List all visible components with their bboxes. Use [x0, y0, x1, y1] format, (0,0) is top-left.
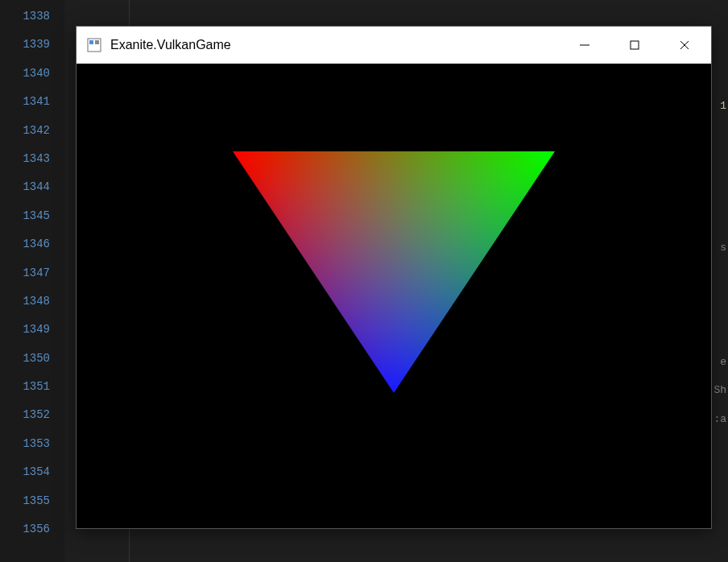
code-fragment: Sh — [714, 384, 726, 396]
line-number: 1348 — [0, 287, 64, 316]
line-number: 1339 — [0, 31, 64, 59]
app-icon — [86, 37, 102, 53]
line-number: 1355 — [0, 487, 64, 515]
code-fragment: 1 — [720, 100, 726, 112]
code-fragment: s — [720, 242, 726, 254]
rendered-triangle — [233, 151, 555, 393]
line-number: 1356 — [0, 515, 64, 543]
application-window: Exanite.VulkanGame — [76, 26, 712, 529]
right-edge-text: 1 s e Sh :a — [714, 0, 728, 562]
line-number: 1347 — [0, 259, 64, 287]
line-number: 1342 — [0, 117, 64, 145]
code-fragment: e — [720, 356, 726, 368]
line-number: 1338 — [0, 2, 64, 31]
line-number: 1350 — [0, 345, 64, 373]
close-icon — [679, 39, 690, 51]
maximize-icon — [629, 39, 640, 51]
line-number-gutter: 1338133913401341134213431344134513461347… — [0, 0, 64, 562]
line-number: 1341 — [0, 88, 64, 116]
line-number: 1345 — [0, 202, 64, 230]
maximize-button[interactable] — [610, 27, 660, 63]
svg-rect-4 — [631, 41, 639, 49]
close-button[interactable] — [660, 27, 709, 63]
line-number: 1344 — [0, 173, 64, 201]
minimize-icon — [579, 39, 590, 51]
line-number: 1343 — [0, 145, 64, 173]
window-title: Exanite.VulkanGame — [110, 38, 560, 52]
window-titlebar[interactable]: Exanite.VulkanGame — [77, 27, 711, 64]
render-viewport — [77, 64, 711, 528]
line-number: 1353 — [0, 430, 64, 458]
svg-rect-2 — [95, 40, 99, 44]
window-controls — [560, 27, 709, 63]
line-number: 1349 — [0, 316, 64, 344]
line-number: 1354 — [0, 458, 64, 486]
line-number: 1340 — [0, 60, 64, 88]
line-number: 1352 — [0, 401, 64, 429]
minimize-button[interactable] — [560, 27, 610, 63]
svg-marker-10 — [233, 151, 555, 393]
svg-rect-1 — [89, 40, 93, 44]
line-number: 1346 — [0, 230, 64, 258]
line-number: 1351 — [0, 373, 64, 401]
code-fragment: :a — [714, 413, 726, 425]
